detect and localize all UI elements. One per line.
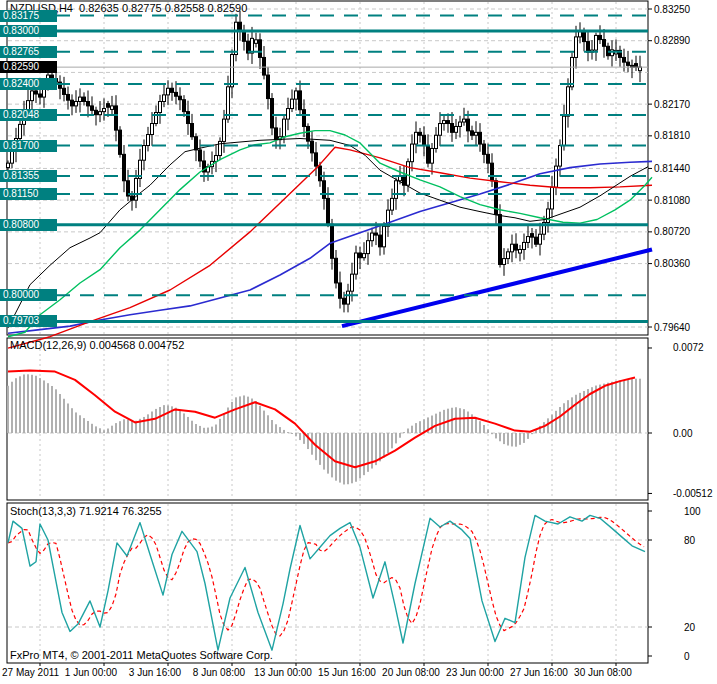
bull-candle-body bbox=[163, 95, 166, 102]
trend-line bbox=[342, 250, 652, 327]
bear-candle-body bbox=[187, 112, 190, 124]
macd-histogram-bar bbox=[387, 433, 389, 453]
macd-axis-label: 0.0072 bbox=[673, 342, 704, 353]
bear-candle-body bbox=[67, 94, 70, 100]
macd-histogram-bar bbox=[527, 433, 529, 439]
bear-candle-body bbox=[379, 235, 382, 247]
macd-histogram-bar bbox=[415, 423, 417, 433]
macd-histogram-bar bbox=[263, 411, 265, 433]
bull-candle-body bbox=[79, 97, 82, 101]
macd-histogram-bar bbox=[383, 433, 385, 458]
bull-candle-body bbox=[563, 116, 566, 145]
macd-histogram-bar bbox=[499, 433, 501, 441]
macd-histogram-bar bbox=[151, 412, 153, 433]
macd-histogram-bar bbox=[279, 427, 281, 433]
macd-histogram-bar bbox=[239, 396, 241, 433]
macd-histogram-bar bbox=[231, 402, 233, 433]
macd-axis-label: 0.00 bbox=[673, 428, 692, 439]
bear-candle-body bbox=[331, 224, 334, 258]
macd-histogram-bar bbox=[63, 399, 65, 433]
mt4-chart-window: NZDUSD,H4 0.82635 0.82775 0.82558 0.8259… bbox=[0, 0, 717, 684]
macd-histogram-bar bbox=[283, 430, 285, 433]
bear-candle-body bbox=[299, 91, 302, 110]
macd-histogram-bar bbox=[487, 429, 489, 433]
macd-histogram-bar bbox=[531, 433, 533, 434]
bull-candle-body bbox=[567, 87, 570, 116]
macd-histogram-bar bbox=[463, 409, 465, 433]
bear-candle-body bbox=[627, 62, 630, 65]
macd-histogram-bar bbox=[379, 433, 381, 461]
price-axis-badge: 0.80800 bbox=[0, 219, 57, 231]
macd-histogram-bar bbox=[23, 374, 25, 433]
bear-candle-body bbox=[359, 253, 362, 258]
macd-histogram-bar bbox=[211, 427, 213, 433]
bear-candle-body bbox=[263, 57, 266, 75]
bull-candle-body bbox=[431, 148, 434, 163]
bull-candle-body bbox=[459, 122, 462, 126]
price-axis-badge: 0.83000 bbox=[0, 25, 57, 37]
macd-histogram-bar bbox=[615, 381, 617, 433]
macd-histogram-bar bbox=[411, 426, 413, 433]
bull-candle-body bbox=[371, 233, 374, 241]
macd-histogram-bar bbox=[87, 421, 89, 433]
bull-candle-body bbox=[555, 166, 558, 187]
macd-histogram-bar bbox=[67, 403, 69, 433]
bear-candle-body bbox=[119, 130, 122, 154]
bull-candle-body bbox=[443, 121, 446, 124]
macd-histogram-bar bbox=[419, 421, 421, 433]
macd-histogram-bar bbox=[439, 412, 441, 433]
macd-histogram-bar bbox=[259, 406, 261, 433]
bull-candle-body bbox=[407, 162, 410, 185]
bear-candle-body bbox=[191, 124, 194, 137]
bull-candle-body bbox=[151, 124, 154, 135]
macd-histogram-bar bbox=[103, 430, 105, 433]
macd-histogram-bar bbox=[519, 433, 521, 445]
price-axis-label: 0.80360 bbox=[654, 258, 690, 269]
macd-histogram-bar bbox=[595, 386, 597, 433]
macd-histogram-bar bbox=[99, 428, 101, 433]
macd-histogram-bar bbox=[555, 411, 557, 433]
bull-candle-body bbox=[283, 119, 286, 137]
macd-histogram-bar bbox=[35, 376, 37, 433]
macd-histogram-bar bbox=[183, 413, 185, 433]
bull-candle-body bbox=[291, 99, 294, 108]
macd-histogram-bar bbox=[175, 408, 177, 433]
macd-histogram-bar bbox=[255, 401, 257, 433]
bear-candle-body bbox=[123, 154, 126, 180]
price-axis-label: 0.81440 bbox=[654, 163, 690, 174]
price-axis-label: 0.83250 bbox=[654, 4, 690, 15]
macd-histogram-bar bbox=[603, 384, 605, 433]
macd-histogram-bar bbox=[223, 413, 225, 433]
bull-candle-body bbox=[519, 249, 522, 253]
macd-histogram-bar bbox=[363, 433, 365, 475]
bear-candle-body bbox=[451, 124, 454, 133]
macd-histogram-bar bbox=[607, 383, 609, 433]
macd-histogram-bar bbox=[291, 433, 293, 434]
price-axis-badge: 0.81355 bbox=[0, 170, 57, 182]
macd-histogram-bar bbox=[623, 380, 625, 433]
bull-candle-body bbox=[639, 67, 642, 71]
bear-candle-body bbox=[535, 237, 538, 244]
bear-candle-body bbox=[335, 258, 338, 283]
macd-histogram-bar bbox=[19, 376, 21, 433]
bull-candle-body bbox=[19, 124, 22, 138]
macd-histogram-bar bbox=[407, 429, 409, 433]
xaxis-label: 30 Jun 08:00 bbox=[574, 667, 632, 678]
macd-histogram-bar bbox=[359, 433, 361, 478]
macd-histogram-bar bbox=[455, 407, 457, 433]
price-axis-badge: 0.82765 bbox=[0, 46, 57, 58]
macd-histogram-bar bbox=[523, 433, 525, 443]
bear-candle-body bbox=[311, 141, 314, 153]
bear-candle-body bbox=[87, 101, 90, 105]
price-axis-badge: 0.81700 bbox=[0, 140, 57, 152]
bear-candle-body bbox=[375, 233, 378, 235]
bear-candle-body bbox=[195, 137, 198, 150]
bear-candle-body bbox=[39, 94, 42, 97]
macd-histogram-bar bbox=[579, 393, 581, 433]
xaxis-label: 1 Jun 00:00 bbox=[65, 667, 117, 678]
xaxis-label: 8 Jun 08:00 bbox=[193, 667, 245, 678]
price-axis-badge: 0.81150 bbox=[0, 188, 57, 200]
macd-histogram-bar bbox=[47, 383, 49, 433]
bull-candle-body bbox=[143, 146, 146, 161]
bear-candle-body bbox=[479, 132, 482, 144]
